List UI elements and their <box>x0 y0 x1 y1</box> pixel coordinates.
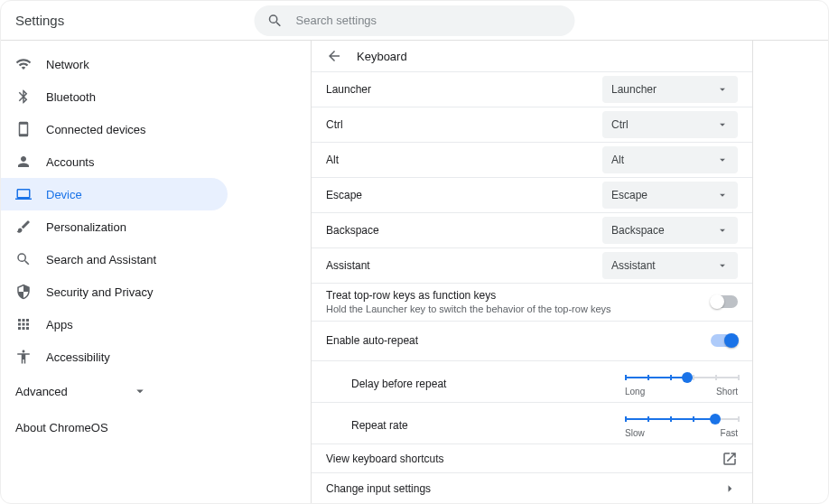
about-label: About ChromeOS <box>15 421 108 434</box>
chevron-down-icon <box>716 83 729 96</box>
device-icon <box>15 121 32 137</box>
sidebar-item-apps[interactable]: Apps <box>1 308 228 341</box>
sidebar-item-label: Network <box>46 58 89 71</box>
rate-max-label: Fast <box>721 428 738 438</box>
key-label: Alt <box>326 154 339 166</box>
rate-row: Repeat rate Slow <box>312 403 752 444</box>
key-select-assistant[interactable]: Assistant <box>602 252 738 279</box>
key-row-alt: AltAlt <box>312 143 752 178</box>
key-row-ctrl: CtrlCtrl <box>312 107 752 143</box>
select-value: Ctrl <box>611 118 629 131</box>
sidebar-item-search-and-assistant[interactable]: Search and Assistant <box>1 243 228 275</box>
key-row-assistant: AssistantAssistant <box>312 248 752 284</box>
sidebar-item-personalization[interactable]: Personalization <box>1 210 228 243</box>
select-value: Escape <box>611 189 647 201</box>
auto-repeat-label: Enable auto-repeat <box>326 334 418 347</box>
shortcuts-link[interactable]: View keyboard shortcuts <box>312 444 752 474</box>
input-link[interactable]: Change input settings <box>312 473 752 503</box>
accessibility-icon <box>15 349 32 365</box>
sidebar-item-label: Device <box>46 188 82 201</box>
sidebar-item-label: Accessibility <box>46 350 110 364</box>
sidebar-item-label: Personalization <box>46 220 126 234</box>
key-select-ctrl[interactable]: Ctrl <box>602 111 738 138</box>
sidebar-item-connected-devices[interactable]: Connected devices <box>1 113 228 145</box>
rate-label: Repeat rate <box>351 419 408 432</box>
chevron-down-icon <box>716 224 729 237</box>
sidebar-item-label: Search and Assistant <box>46 253 156 266</box>
bluetooth-icon <box>15 89 32 105</box>
sidebar: NetworkBluetoothConnected devicesAccount… <box>1 41 236 503</box>
delay-slider[interactable] <box>625 372 738 383</box>
sidebar-item-network[interactable]: Network <box>1 48 228 80</box>
key-label: Assistant <box>326 259 370 272</box>
select-value: Assistant <box>611 259 656 272</box>
advanced-label: Advanced <box>15 385 68 398</box>
sidebar-item-label: Connected devices <box>46 123 146 136</box>
page-header: Keyboard <box>312 41 752 71</box>
top-row-label: Treat top-row keys as function keys <box>326 289 611 302</box>
select-value: Launcher <box>611 83 657 96</box>
sidebar-item-label: Bluetooth <box>46 90 96 104</box>
auto-repeat-row: Enable auto-repeat <box>312 322 752 361</box>
chevron-down-icon <box>716 259 729 272</box>
shortcuts-label: View keyboard shortcuts <box>326 453 444 465</box>
sidebar-item-label: Apps <box>46 318 73 331</box>
sidebar-item-accounts[interactable]: Accounts <box>1 145 228 178</box>
key-select-launcher[interactable]: Launcher <box>602 76 738 103</box>
chevron-down-icon <box>132 383 148 399</box>
select-value: Alt <box>611 154 624 166</box>
key-label: Launcher <box>326 83 371 96</box>
rate-min-label: Slow <box>625 428 645 438</box>
key-select-alt[interactable]: Alt <box>602 146 738 173</box>
chevron-down-icon <box>716 118 729 131</box>
sidebar-item-security-and-privacy[interactable]: Security and Privacy <box>1 275 228 308</box>
search-icon <box>15 251 32 267</box>
sidebar-item-label: Accounts <box>46 155 94 169</box>
key-label: Ctrl <box>326 118 343 131</box>
back-icon[interactable] <box>326 48 342 64</box>
laptop-icon <box>15 186 32 202</box>
delay-min-label: Long <box>625 387 645 397</box>
key-select-escape[interactable]: Escape <box>602 182 738 209</box>
key-row-launcher: LauncherLauncher <box>312 72 752 107</box>
search-input[interactable] <box>296 14 563 27</box>
chevron-right-icon <box>722 481 738 497</box>
content-panel: Keyboard LauncherLauncherCtrlCtrlAltAltE… <box>311 41 753 503</box>
key-row-escape: EscapeEscape <box>312 178 752 213</box>
page-title: Settings <box>15 13 64 28</box>
sidebar-item-device[interactable]: Device <box>1 178 228 210</box>
delay-max-label: Short <box>716 387 738 397</box>
search-icon <box>267 13 284 29</box>
brush-icon <box>15 219 32 235</box>
select-value: Backspace <box>611 224 665 237</box>
key-label: Escape <box>326 189 362 201</box>
delay-row: Delay before repeat Long <box>312 361 752 403</box>
wifi-icon <box>15 56 32 72</box>
sidebar-item-bluetooth[interactable]: Bluetooth <box>1 80 228 113</box>
delay-label: Delay before repeat <box>351 378 446 390</box>
chevron-down-icon <box>716 189 729 201</box>
sidebar-item-label: Security and Privacy <box>46 285 154 299</box>
auto-repeat-toggle[interactable] <box>711 334 738 347</box>
top-row-keys-row: Treat top-row keys as function keys Hold… <box>312 284 752 322</box>
advanced-toggle[interactable]: Advanced <box>1 373 163 409</box>
apps-icon <box>15 316 32 332</box>
top-row-toggle[interactable] <box>711 295 738 308</box>
about-link[interactable]: About ChromeOS <box>1 409 235 445</box>
rate-slider[interactable] <box>625 414 738 425</box>
person-icon <box>15 154 32 170</box>
page-header-title: Keyboard <box>357 50 407 63</box>
sidebar-item-accessibility[interactable]: Accessibility <box>1 341 228 373</box>
key-row-backspace: BackspaceBackspace <box>312 213 752 248</box>
open-external-icon <box>722 451 738 467</box>
key-label: Backspace <box>326 224 379 237</box>
top-row-sublabel: Hold the Launcher key to switch the beha… <box>326 303 611 314</box>
chevron-down-icon <box>716 154 729 166</box>
shield-icon <box>15 284 32 300</box>
key-select-backspace[interactable]: Backspace <box>602 217 738 244</box>
search-bar[interactable] <box>255 5 575 36</box>
input-label: Change input settings <box>326 482 431 495</box>
header: Settings <box>1 1 828 41</box>
